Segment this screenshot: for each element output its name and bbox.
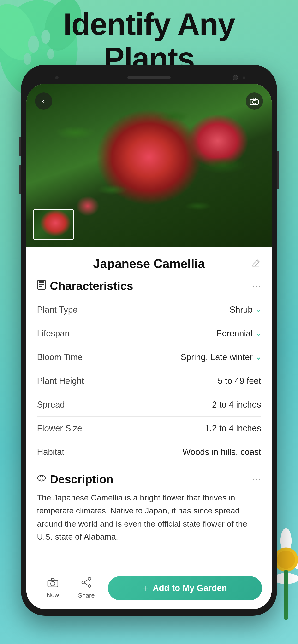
info-panel: Japanese Camellia — [26, 247, 272, 609]
characteristics-title: Characteristics — [50, 279, 133, 292]
characteristics-more-button[interactable]: ··· — [252, 281, 261, 291]
nav-share-button[interactable]: Share — [70, 577, 103, 599]
char-value-lifespan: Perennial — [216, 328, 253, 338]
phone-screen: ‹ Japanese Camellia — [26, 84, 272, 609]
characteristics-icon — [37, 280, 46, 292]
description-title: Description — [50, 473, 113, 486]
plant-image: ‹ — [26, 84, 272, 247]
notch-dot — [55, 76, 59, 79]
svg-rect-18 — [284, 570, 288, 620]
char-value-row-spread: 2 to 4 inches — [212, 400, 261, 410]
phone-frame: ‹ Japanese Camellia — [21, 65, 277, 616]
share-label: Share — [78, 592, 95, 599]
edit-button[interactable] — [250, 258, 261, 269]
svg-point-30 — [88, 578, 91, 580]
share-icon — [81, 577, 91, 590]
phone-button-volume-up — [19, 136, 21, 156]
add-to-garden-button[interactable]: + Add to My Garden — [108, 576, 262, 600]
table-row: Plant Type Shrub ⌄ — [37, 298, 261, 322]
table-row: Plant Height 5 to 49 feet — [37, 369, 261, 393]
phone-button-power — [277, 151, 279, 189]
characteristics-section-header: Characteristics ··· — [37, 279, 261, 292]
chevron-lifespan: ⌄ — [255, 330, 261, 338]
phone-button-volume-down — [19, 165, 21, 194]
char-value-row-flower-size: 1.2 to 4 inches — [205, 423, 261, 434]
svg-point-20 — [253, 100, 256, 104]
nav-new-button[interactable]: New — [36, 578, 70, 599]
char-value-plant-height: 5 to 49 feet — [218, 376, 261, 386]
plant-name-row: Japanese Camellia — [37, 256, 261, 271]
chevron-plant-type: ⌄ — [255, 306, 261, 314]
svg-line-34 — [85, 583, 88, 585]
back-arrow-icon: ‹ — [42, 97, 45, 106]
thumbnail-image — [34, 210, 73, 239]
camera-button[interactable] — [246, 92, 263, 110]
char-label-spread: Spread — [37, 400, 65, 410]
new-camera-icon — [47, 578, 58, 590]
char-value-row-habitat: Woods in hills, coast — [183, 447, 261, 457]
char-value-row-bloom-time[interactable]: Spring, Late winter ⌄ — [181, 352, 261, 362]
char-value-row-plant-height: 5 to 49 feet — [218, 376, 261, 386]
new-label: New — [47, 591, 59, 599]
svg-point-32 — [88, 584, 91, 588]
svg-point-31 — [82, 581, 85, 584]
char-value-spread: 2 to 4 inches — [212, 400, 261, 410]
table-row: Habitat Woods in hills, coast — [37, 440, 261, 464]
description-section-header: Description ··· — [37, 473, 261, 486]
description-icon — [37, 474, 46, 485]
svg-rect-25 — [39, 280, 44, 282]
notch-camera — [233, 75, 238, 80]
char-label-habitat: Habitat — [37, 447, 64, 457]
char-label-lifespan: Lifespan — [37, 328, 70, 338]
description-text: The Japanese Camellia is a bright flower… — [37, 491, 261, 553]
svg-line-33 — [85, 580, 88, 582]
add-plus-icon: + — [143, 582, 149, 594]
notch-dot-right — [243, 76, 245, 79]
char-label-flower-size: Flower Size — [37, 423, 82, 434]
description-section: Description ··· The Japanese Camellia is… — [37, 473, 261, 553]
camera-icon — [250, 97, 259, 105]
description-title-row: Description — [37, 473, 113, 486]
table-row: Bloom Time Spring, Late winter ⌄ — [37, 346, 261, 369]
plant-thumbnail[interactable] — [33, 209, 74, 240]
back-button[interactable]: ‹ — [35, 92, 52, 110]
char-value-row-plant-type[interactable]: Shrub ⌄ — [230, 305, 261, 315]
plant-name: Japanese Camellia — [48, 256, 250, 271]
notch-speaker — [127, 76, 171, 79]
table-row: Lifespan Perennial ⌄ — [37, 322, 261, 346]
svg-point-29 — [51, 582, 55, 586]
char-label-plant-type: Plant Type — [37, 305, 77, 315]
char-value-flower-size: 1.2 to 4 inches — [205, 423, 261, 434]
char-value-row-lifespan[interactable]: Perennial ⌄ — [216, 328, 261, 338]
char-value-bloom-time: Spring, Late winter — [181, 352, 253, 362]
bottom-bar: New Share + — [26, 571, 272, 609]
phone-notch — [26, 72, 272, 84]
add-garden-label: Add to My Garden — [153, 583, 227, 593]
char-label-bloom-time: Bloom Time — [37, 352, 83, 362]
table-row: Spread 2 to 4 inches — [37, 393, 261, 417]
characteristics-title-row: Characteristics — [37, 279, 133, 292]
char-value-plant-type: Shrub — [230, 305, 253, 315]
char-value-habitat: Woods in hills, coast — [183, 447, 261, 457]
characteristics-table: Plant Type Shrub ⌄ Lifespan Perennial ⌄ … — [37, 298, 261, 464]
char-label-plant-height: Plant Height — [37, 376, 84, 386]
svg-point-17 — [277, 550, 295, 569]
description-more-button[interactable]: ··· — [252, 474, 261, 484]
table-row: Flower Size 1.2 to 4 inches — [37, 417, 261, 440]
chevron-bloom-time: ⌄ — [255, 354, 261, 361]
